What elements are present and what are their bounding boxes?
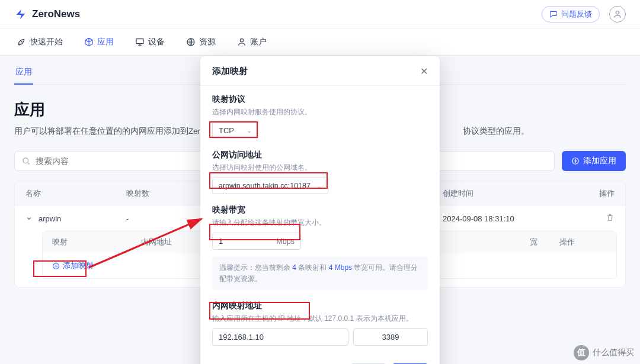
inner-port-value: 3389	[382, 333, 399, 342]
avatar[interactable]	[609, 6, 626, 22]
public-addr-help: 选择访问映射使用的公网域名。	[212, 163, 428, 173]
subtab-apps[interactable]: 应用	[14, 67, 33, 85]
user-icon	[613, 9, 622, 19]
nav-quickstart[interactable]: 快速开始	[17, 37, 63, 47]
add-mapping-label: 添加映射	[63, 260, 94, 271]
subcol-map: 映射	[52, 237, 141, 247]
close-icon[interactable]: ✕	[420, 66, 428, 77]
rocket-icon	[17, 37, 26, 47]
nav-apps-label: 应用	[97, 37, 114, 47]
nav-account[interactable]: 账户	[237, 37, 267, 47]
protocol-help: 选择内网映射服务使用的协议。	[212, 107, 428, 117]
brand-logo-icon	[14, 8, 27, 21]
add-app-button[interactable]: 添加应用	[562, 151, 626, 171]
bandwidth-label: 映射带宽	[212, 205, 428, 215]
trash-icon[interactable]	[606, 213, 615, 222]
watermark-badge-icon: 值	[574, 345, 589, 360]
watermark: 值 什么值得买	[574, 345, 634, 360]
feedback-button[interactable]: 问题反馈	[542, 6, 600, 22]
add-app-label: 添加应用	[583, 156, 616, 166]
bandwidth-input[interactable]: 1 Mbps	[212, 233, 301, 250]
nav-devices-label: 设备	[148, 37, 165, 47]
nav-quickstart-label: 快速开始	[30, 37, 63, 47]
cube-icon	[84, 37, 94, 47]
public-addr-select[interactable]: arpwin.south.takin.cc:10187 ⌄	[212, 178, 328, 194]
col-name: 名称	[25, 188, 126, 199]
row-created: 2024-09-08 18:31:10	[443, 214, 573, 223]
nav-account-label: 账户	[250, 37, 267, 47]
col-ops: 操作	[573, 188, 615, 199]
watermark-text: 什么值得买	[593, 347, 634, 358]
bandwidth-value: 1	[219, 237, 223, 246]
nav-resources-label: 资源	[199, 37, 216, 47]
subcol-bw: 宽	[476, 237, 559, 247]
svg-rect-1	[136, 38, 143, 43]
inner-ip-input[interactable]: 192.168.1.10	[212, 328, 348, 346]
public-addr-value: arpwin.south.takin.cc:10187	[219, 182, 311, 190]
nav-apps[interactable]: 应用	[84, 37, 114, 47]
nav-resources[interactable]: 资源	[186, 37, 216, 47]
protocol-value: TCP	[219, 126, 234, 135]
svg-point-0	[616, 11, 619, 14]
chevron-down-icon: ⌄	[316, 182, 322, 190]
svg-point-4	[23, 157, 28, 163]
chevron-down-icon[interactable]	[25, 215, 33, 222]
add-mapping-modal: 添加映射 ✕ 映射协议 选择内网映射服务使用的协议。 TCP ⌄ 公网访问地址 …	[200, 56, 440, 364]
chat-icon	[549, 10, 558, 18]
bandwidth-unit: Mbps	[276, 237, 295, 246]
nav-devices[interactable]: 设备	[135, 37, 165, 47]
search-icon	[22, 157, 31, 166]
svg-point-3	[240, 38, 243, 41]
add-mapping-button[interactable]: 添加映射	[52, 260, 94, 271]
row-name: arpwin	[39, 214, 61, 223]
bandwidth-help: 请输入分配给这条映射的带宽大小。	[212, 218, 428, 228]
public-addr-label: 公网访问地址	[212, 150, 428, 160]
plus-circle-icon	[52, 262, 60, 270]
inner-addr-help: 输入应用所在主机的 IP 地址，默认 127.0.0.1 表示为本机应用。	[212, 314, 428, 324]
plus-circle-icon	[571, 157, 580, 165]
monitor-icon	[135, 37, 145, 47]
person-icon	[237, 37, 247, 47]
inner-ip-value: 192.168.1.10	[219, 333, 264, 342]
main-nav: 快速开始 应用 设备 资源 账户	[0, 28, 640, 56]
bandwidth-tip: 温馨提示：您当前剩余 4 条映射和 4 Mbps 带宽可用。请合理分配带宽资源。	[212, 257, 428, 290]
protocol-label: 映射协议	[212, 94, 428, 105]
inner-port-input[interactable]: 3389	[353, 328, 428, 346]
protocol-select[interactable]: TCP ⌄	[212, 122, 258, 139]
brand-name: ZeroNews	[32, 8, 80, 20]
brand: ZeroNews	[14, 8, 80, 21]
inner-addr-label: 内网映射地址	[212, 301, 428, 311]
chevron-down-icon: ⌄	[247, 127, 252, 134]
subcol-ops: 操作	[559, 237, 607, 247]
feedback-label: 问题反馈	[561, 9, 592, 20]
globe-icon	[186, 37, 196, 47]
modal-title: 添加映射	[212, 66, 248, 77]
col-created: 创建时间	[443, 188, 573, 199]
